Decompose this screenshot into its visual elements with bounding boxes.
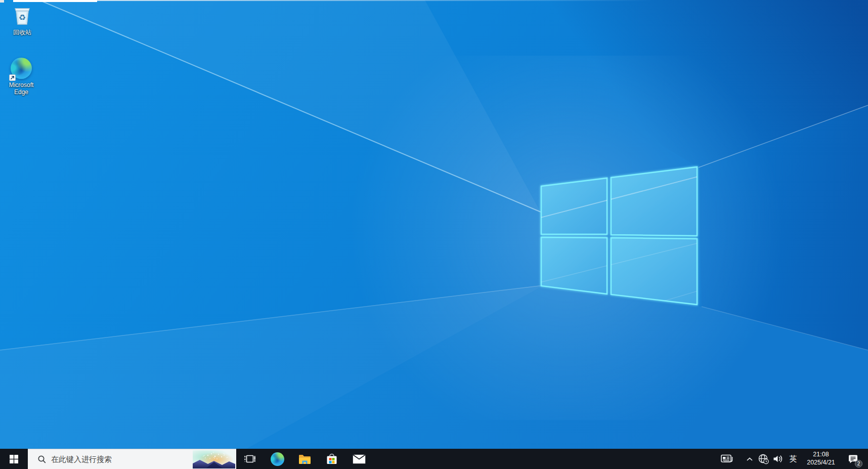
ime-indicator[interactable]: 英	[786, 449, 800, 469]
windows-logo-icon	[10, 455, 18, 463]
svg-text:♻: ♻	[19, 13, 26, 22]
task-view-button[interactable]	[236, 449, 264, 469]
desktop-icon-microsoft-edge[interactable]: Microsoft Edge	[2, 57, 40, 96]
desktop-icon-label: Microsoft Edge	[2, 81, 40, 96]
edge-taskbar-button[interactable]	[264, 449, 291, 469]
news-tray-button[interactable]	[717, 449, 737, 469]
file-explorer-icon	[298, 453, 312, 464]
search-highlight-image[interactable]	[193, 450, 235, 468]
store-button[interactable]	[318, 449, 345, 469]
desktop-icon-label: 回收站	[13, 29, 31, 36]
action-center-button[interactable]: 2	[842, 449, 864, 469]
search-icon	[37, 455, 47, 464]
mail-button[interactable]	[345, 449, 373, 469]
desktop[interactable]: ♻ 回收站 Microsoft Edge	[0, 0, 868, 469]
notification-badge: 2	[855, 460, 862, 467]
start-button[interactable]	[0, 449, 28, 469]
file-explorer-button[interactable]	[291, 449, 318, 469]
microsoft-store-icon	[325, 452, 338, 465]
edge-logo-icon	[271, 452, 284, 466]
taskbar-search-box[interactable]	[28, 449, 236, 469]
network-button[interactable]	[756, 449, 771, 469]
clock-time: 21:08	[813, 451, 829, 459]
window-remnant-strip	[13, 0, 97, 2]
volume-icon	[772, 454, 785, 464]
chevron-up-icon	[746, 457, 753, 461]
volume-button[interactable]	[771, 449, 786, 469]
recycle-bin-icon: ♻	[11, 4, 34, 27]
wallpaper-image	[0, 0, 868, 469]
shortcut-arrow-icon	[9, 74, 16, 81]
desktop-icon-recycle-bin[interactable]: ♻ 回收站	[3, 4, 41, 36]
hidden-icons-button[interactable]	[744, 449, 756, 469]
window-remnant-block	[0, 0, 4, 3]
news-icon	[720, 453, 735, 465]
network-globe-icon	[758, 453, 769, 464]
search-input[interactable]	[51, 449, 191, 469]
mail-icon	[353, 454, 366, 464]
taskbar: 英 21:08 2025/4/21 2	[0, 449, 868, 469]
window-remnant-line	[97, 0, 654, 1]
clock[interactable]: 21:08 2025/4/21	[800, 449, 842, 469]
system-tray: 英 21:08 2025/4/21 2	[717, 449, 868, 469]
clock-date: 2025/4/21	[807, 459, 835, 467]
task-view-icon	[244, 453, 256, 464]
